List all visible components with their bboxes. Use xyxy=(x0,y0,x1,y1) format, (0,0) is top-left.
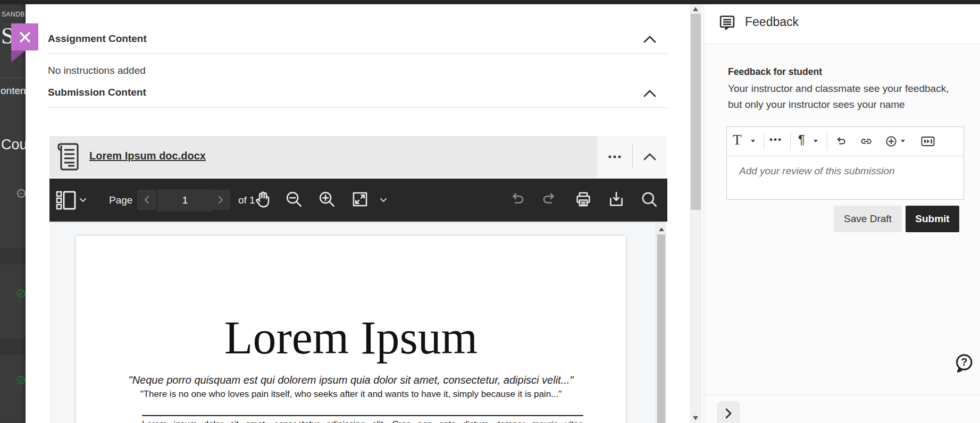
video-camera-icon xyxy=(921,136,935,147)
chevron-left-icon xyxy=(144,196,149,204)
section-divider xyxy=(48,53,667,54)
feedback-text-area[interactable]: Add your review of this submission xyxy=(727,156,964,199)
hidden-item-icon xyxy=(16,189,26,198)
editor-undo-button[interactable] xyxy=(834,135,847,148)
more-formatting-button[interactable]: ••• xyxy=(769,134,782,145)
insert-link-button[interactable] xyxy=(860,135,873,148)
svg-text:?: ? xyxy=(961,356,967,368)
close-panel-button[interactable] xyxy=(11,23,38,50)
assignment-content-title: Assignment Content xyxy=(48,33,147,45)
rail-divider xyxy=(0,78,26,78)
document-file-icon xyxy=(56,142,81,172)
page-scrollbar-thumb[interactable] xyxy=(691,14,701,210)
viewer-scrollbar[interactable] xyxy=(656,223,666,423)
top-bar xyxy=(0,0,980,4)
collapse-assignment-button[interactable] xyxy=(641,33,658,46)
pan-tool-button[interactable] xyxy=(254,190,273,209)
chevron-right-icon xyxy=(725,408,732,419)
toolbar-separator xyxy=(827,132,827,150)
insert-content-button[interactable] xyxy=(885,135,898,148)
scroll-down-arrow[interactable] xyxy=(693,416,698,420)
paragraph-style-button[interactable]: ¶ xyxy=(798,132,805,148)
page-number-input[interactable] xyxy=(157,189,213,212)
collapse-submission-button[interactable] xyxy=(641,87,658,100)
no-instructions-text: No instructions added xyxy=(48,65,146,77)
feedback-bubble-icon xyxy=(718,14,736,31)
save-draft-button[interactable]: Save Draft xyxy=(834,206,902,232)
viewer-scrollbar-thumb[interactable] xyxy=(657,234,665,423)
plus-circle-icon xyxy=(885,135,898,148)
undo-annotation-button[interactable] xyxy=(508,190,526,208)
left-rail: SANDB S ontent Cour xyxy=(0,4,26,423)
page-thumbnails-button[interactable] xyxy=(56,190,76,210)
print-button[interactable] xyxy=(574,190,592,208)
scroll-up-arrow[interactable] xyxy=(659,227,664,231)
undo-icon xyxy=(508,190,526,208)
document-viewer: Lorem Ipsum "Neque porro quisquam est qu… xyxy=(49,222,666,423)
editor-placeholder-text: Add your review of this submission xyxy=(739,165,895,177)
redo-annotation-button[interactable] xyxy=(541,190,559,208)
attachment-card: Lorem Ipsum doc.docx xyxy=(49,136,667,177)
submit-button[interactable]: Submit xyxy=(906,206,959,232)
submission-content-title: Submission Content xyxy=(48,87,146,98)
hand-icon xyxy=(254,190,273,209)
record-video-button[interactable] xyxy=(921,136,935,147)
zoom-out-button[interactable] xyxy=(285,190,303,208)
chevron-down-icon[interactable] xyxy=(814,140,818,142)
chevron-down-icon[interactable] xyxy=(751,140,755,142)
previous-page-button[interactable] xyxy=(137,190,156,210)
search-icon xyxy=(640,190,658,208)
chevron-down-icon[interactable] xyxy=(380,198,387,202)
scroll-up-arrow[interactable] xyxy=(693,7,698,11)
feedback-header-divider xyxy=(704,44,980,44)
document-quote-translation: "There is no one who loves pain itself, … xyxy=(76,389,626,400)
page-count-label: of 1 xyxy=(238,194,255,206)
link-icon xyxy=(860,135,873,148)
attachment-more-options-button[interactable] xyxy=(605,149,624,165)
rail-active-tab-underline xyxy=(0,107,26,111)
next-page-button[interactable] xyxy=(211,190,230,210)
more-options-icon xyxy=(608,155,622,159)
document-rule xyxy=(142,415,583,416)
feedback-footer-divider xyxy=(704,395,980,395)
card-actions-separator xyxy=(632,145,633,169)
chevron-up-icon xyxy=(643,153,657,161)
document-quote: "Neque porro quisquam est qui dolorem ip… xyxy=(76,374,626,386)
rail-tab-content[interactable]: ontent xyxy=(1,85,26,97)
undo-icon xyxy=(834,135,847,148)
completed-check-icon xyxy=(16,289,26,298)
zoom-in-button[interactable] xyxy=(318,190,336,208)
section-divider xyxy=(48,107,667,108)
attachment-filename-link[interactable]: Lorem Ipsum doc.docx xyxy=(89,150,206,162)
document-title: Lorem Ipsum xyxy=(76,315,626,361)
zoom-out-icon xyxy=(285,190,303,208)
feedback-panel: Feedback Feedback for student Your instr… xyxy=(703,4,980,423)
feedback-for-student-heading: Feedback for student xyxy=(728,66,822,78)
feedback-visibility-note: Your instructor and classmate see your f… xyxy=(728,83,949,95)
course-code-text: SANDB xyxy=(2,11,25,18)
help-button[interactable]: ? xyxy=(954,353,974,374)
search-document-button[interactable] xyxy=(640,190,658,208)
chevron-down-icon[interactable] xyxy=(79,198,87,202)
chevron-down-icon[interactable] xyxy=(901,140,905,142)
chevron-up-icon xyxy=(643,89,657,98)
collapse-panel-button[interactable] xyxy=(717,401,740,423)
fit-to-width-button[interactable] xyxy=(351,190,369,208)
close-icon xyxy=(18,30,32,44)
completed-check-icon xyxy=(16,376,26,385)
toolbar-separator xyxy=(764,132,764,150)
text-style-button[interactable]: T xyxy=(733,131,742,148)
fit-screen-icon xyxy=(351,190,369,208)
thumbnails-panel-icon xyxy=(56,190,76,210)
page-label: Page xyxy=(109,194,132,206)
page-scrollbar[interactable] xyxy=(690,4,702,423)
feedback-panel-title: Feedback xyxy=(745,15,799,29)
collapse-attachment-button[interactable] xyxy=(641,150,658,163)
help-question-icon: ? xyxy=(954,353,974,374)
download-button[interactable] xyxy=(607,190,625,208)
feedback-visibility-note: but only your instructor sees your name xyxy=(728,99,905,111)
chevron-right-icon xyxy=(218,196,223,204)
rail-row-divider xyxy=(0,248,26,264)
document-body-text: Lorem ipsum dolor sit amet, consectetur … xyxy=(142,419,583,423)
main-panel: Assignment Content No instructions added… xyxy=(26,4,690,423)
